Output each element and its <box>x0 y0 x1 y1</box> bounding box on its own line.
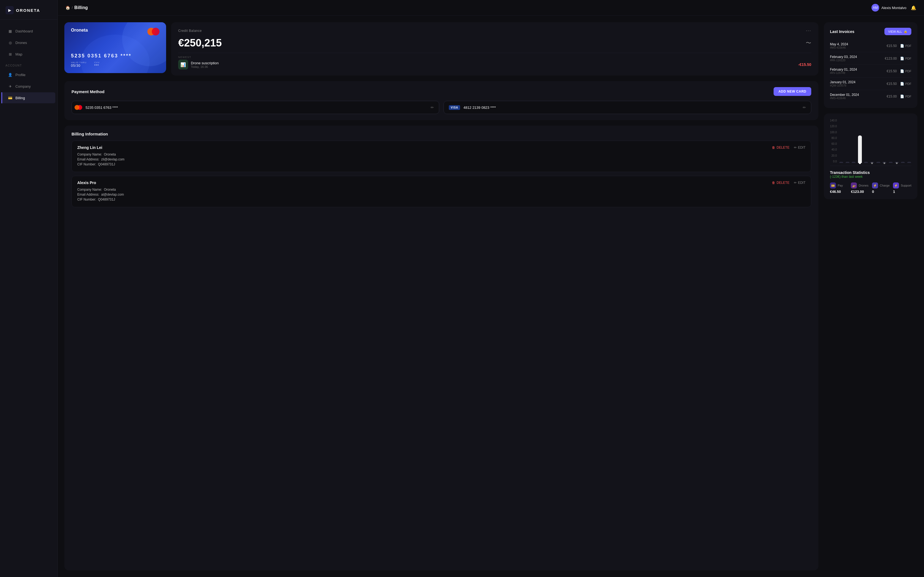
stat-icon-row-drones: 🚁 Drones <box>851 182 869 189</box>
stat-pay: 💳 Pay €46.50 <box>830 182 848 194</box>
invoice-date-ref: January 01, 2024 #QW-103578 <box>830 80 856 87</box>
invoices-title: Last Invoices <box>830 29 855 34</box>
stat-charge: ⚡ Charge 0 <box>872 182 890 194</box>
bar-10 <box>901 162 905 163</box>
bar-group-1 <box>845 119 850 163</box>
delete-button-1[interactable]: 🗑 DELETE <box>772 181 790 185</box>
cif-number-0: CIF Number: Q0489731J <box>77 163 806 166</box>
stats-title: Transaction Statistics <box>830 170 911 175</box>
stats-panel: 140.0 120.0 100.0 80.0 60.0 40.0 20.0 0.… <box>824 113 918 199</box>
trash-icon: 🗑 <box>772 181 775 185</box>
topbar-right: AM Alexis Montalvo 🔔 <box>871 4 916 11</box>
edit-icon: ✏ <box>794 146 797 150</box>
breadcrumb-separator: / <box>72 6 73 10</box>
bar-3 <box>858 135 862 163</box>
pdf-icon: 📄 <box>900 82 904 86</box>
notification-bell-icon[interactable]: 🔔 <box>911 5 916 10</box>
transaction-stats: Transaction Statistics (-123€) than last… <box>830 166 911 194</box>
pdf-link-4[interactable]: 📄 PDF <box>900 95 911 98</box>
sidebar-item-label: Drones <box>15 41 27 45</box>
y-label: 60.0 <box>830 142 837 145</box>
newest-details: Drone suscription Today, 16:36 <box>191 61 796 68</box>
invoice-right: €15.50 📄 PDF <box>887 69 911 73</box>
user-info: AM Alexis Montalvo <box>871 4 906 11</box>
bar-9 <box>895 162 899 163</box>
sidebar: ▶ ORONETA ▦ Dashboard ◎ Drones ⊞ Map ACC… <box>0 0 58 577</box>
stat-value-drones: €123.00 <box>851 190 869 194</box>
cards-list: 5235 0351 6763 **** ✏ VISA 4812 2139 082… <box>71 101 811 114</box>
sidebar-item-billing[interactable]: 💳 Billing <box>2 92 55 103</box>
invoice-row-2: February 01, 2024 #RV-126749 €15.50 📄 PD… <box>830 65 911 77</box>
sidebar-item-label: Dashboard <box>15 29 33 33</box>
add-new-card-button[interactable]: ADD NEW CARD <box>774 87 811 96</box>
bar-7 <box>882 162 886 163</box>
billing-entry-header-1: Alexis Pro 🗑 DELETE ✏ EDIT <box>77 181 806 185</box>
bar-group-2 <box>851 119 856 163</box>
bar-5 <box>870 162 874 163</box>
avatar: AM <box>871 4 879 11</box>
company-name-0: Company Name: Oroneta <box>77 153 806 156</box>
pay-icon: 💳 <box>830 182 836 189</box>
billing-actions-1: 🗑 DELETE ✏ EDIT <box>772 181 806 185</box>
billing-entry-name-1: Alexis Pro <box>77 181 96 185</box>
edit-card-icon[interactable]: ✏ <box>803 105 806 110</box>
sidebar-item-drones[interactable]: ◎ Drones <box>2 37 55 48</box>
sidebar-item-profile[interactable]: 👤 Profile <box>2 69 55 80</box>
card-left: 5235 0351 6763 **** <box>77 105 118 110</box>
sidebar-item-company[interactable]: ✈ Company <box>2 81 55 92</box>
card-brand: Oroneta <box>71 28 88 32</box>
sidebar-item-map[interactable]: ⊞ Map <box>2 48 55 60</box>
invoices-panel: Last Invoices VIEW ALL 🔒 May 4, 2024 #MS… <box>824 22 918 108</box>
sidebar-item-label: Billing <box>15 96 25 100</box>
billing-actions-0: 🗑 DELETE ✏ EDIT <box>772 146 806 150</box>
logo-area: ▶ ORONETA <box>0 0 58 19</box>
sidebar-navigation: ▦ Dashboard ◎ Drones ⊞ Map ACCOUNT 👤 Pro… <box>0 19 58 577</box>
bar-4 <box>864 162 868 163</box>
pdf-icon: 📄 <box>900 44 904 48</box>
bar-group-9 <box>895 119 899 163</box>
billing-entry-1: Alexis Pro 🗑 DELETE ✏ EDIT <box>71 176 811 207</box>
topbar: 🏠 / Billing AM Alexis Montalvo 🔔 <box>58 0 924 16</box>
left-column: Oroneta 5235 0351 6763 **** VALID THRU 0… <box>65 22 818 571</box>
card-item-mastercard: 5235 0351 6763 **** ✏ <box>71 101 439 114</box>
delete-button-0[interactable]: 🗑 DELETE <box>772 146 790 150</box>
invoices-header: Last Invoices VIEW ALL 🔒 <box>830 28 911 35</box>
edit-button-1[interactable]: ✏ EDIT <box>794 181 806 185</box>
stat-label-drones: Drones <box>859 184 868 187</box>
breadcrumb: 🏠 / Billing <box>65 5 88 10</box>
bar-group-0 <box>839 119 843 163</box>
pdf-icon: 📄 <box>900 69 904 73</box>
billing-entry-name-0: Zheng Lin Lei <box>77 145 102 150</box>
newest-icon: 📊 <box>178 60 188 69</box>
account-section-label: ACCOUNT <box>0 60 58 69</box>
email-address-0: Email Address: zli@devlap.com <box>77 158 806 161</box>
edit-card-icon[interactable]: ✏ <box>431 105 434 110</box>
billing-information-section: Billing Information Zheng Lin Lei 🗑 DELE… <box>65 126 818 571</box>
bar-11 <box>907 162 911 163</box>
bar-group-5 <box>870 119 874 163</box>
dashboard-icon: ▦ <box>8 29 13 34</box>
pdf-link-1[interactable]: 📄 PDF <box>900 56 911 60</box>
payment-title: Payment Method <box>71 89 105 94</box>
card-left: VISA 4812 2139 0823 **** <box>449 105 496 110</box>
invoice-date-ref: May 4, 2024 #MS-415646 <box>830 42 848 49</box>
chart-y-axis: 140.0 120.0 100.0 80.0 60.0 40.0 20.0 0.… <box>830 119 839 163</box>
main-content: 🏠 / Billing AM Alexis Montalvo 🔔 Oroneta <box>58 0 924 577</box>
pdf-link-0[interactable]: 📄 PDF <box>900 44 911 48</box>
bar-group-3 <box>858 119 862 163</box>
invoice-right: €15.00 📄 PDF <box>887 95 911 98</box>
billing-entry-header-0: Zheng Lin Lei 🗑 DELETE ✏ EDIT <box>77 145 806 150</box>
stat-icon-row-charge: ⚡ Charge <box>872 182 890 189</box>
page-content: Oroneta 5235 0351 6763 **** VALID THRU 0… <box>58 16 924 577</box>
right-column: Last Invoices VIEW ALL 🔒 May 4, 2024 #MS… <box>824 22 918 571</box>
bar-group-6 <box>876 119 880 163</box>
pdf-link-3[interactable]: 📄 PDF <box>900 82 911 86</box>
sidebar-item-dashboard[interactable]: ▦ Dashboard <box>2 26 55 37</box>
bar-group-7 <box>882 119 887 163</box>
invoices-list: May 4, 2024 #MS-415646 €15.50 📄 PDF <box>830 40 911 103</box>
view-all-button[interactable]: VIEW ALL 🔒 <box>884 28 911 35</box>
edit-button-0[interactable]: ✏ EDIT <box>794 146 806 150</box>
card-number: 5235 0351 6763 **** <box>71 53 131 59</box>
pdf-link-2[interactable]: 📄 PDF <box>900 69 911 73</box>
dots-menu-icon[interactable]: ··· <box>806 28 811 33</box>
